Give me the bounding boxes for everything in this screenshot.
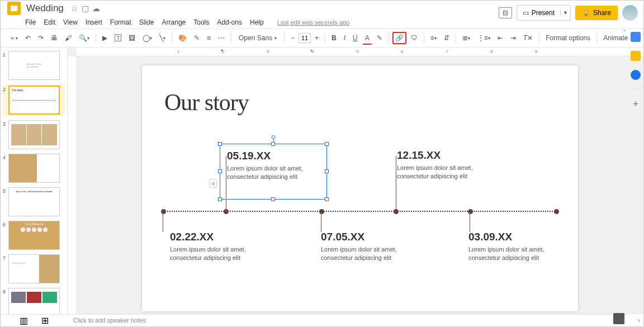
decrease-font-button[interactable]: − [288, 32, 297, 44]
grid-view-icon[interactable]: ⊞ [41, 315, 49, 326]
present-icon: ▭ [523, 9, 529, 17]
increase-indent-button[interactable]: ⇥ [508, 32, 519, 44]
select-tool[interactable]: ▶ [100, 32, 110, 44]
menu-insert[interactable]: Insert [86, 18, 102, 26]
timeline-text-1[interactable]: Lorem ipsum dolor sit amet, consectetur … [227, 164, 326, 181]
font-size-input[interactable] [299, 33, 311, 43]
menu-format[interactable]: Format [110, 18, 131, 26]
menu-file[interactable]: File [25, 18, 36, 26]
decrease-indent-button[interactable]: ⇤ [495, 32, 506, 44]
image-tool[interactable]: 🖼 [126, 32, 138, 44]
thumbnail-4[interactable]: 4 [3, 154, 65, 183]
ruler-right-indicator[interactable]: ▾ [310, 48, 316, 54]
thumbnail-7[interactable]: 7Getting there [3, 254, 65, 283]
speaker-notes[interactable]: Click to add speaker notes [68, 314, 628, 326]
redo-button[interactable]: ↷ [35, 32, 46, 44]
addons-plus-icon[interactable]: + [633, 98, 639, 110]
border-color-button[interactable]: ✎ [191, 32, 202, 44]
timeline-date-4[interactable]: 07.05.XX [321, 231, 422, 243]
border-weight-button[interactable]: ≡ [204, 32, 214, 44]
thumbnail-3[interactable]: 3 [3, 120, 65, 149]
line-spacing-button[interactable]: ⇵ [441, 32, 452, 44]
text-color-button[interactable]: A [362, 32, 372, 45]
menu-view[interactable]: View [63, 18, 78, 26]
menu-edit[interactable]: Edit [44, 18, 55, 26]
font-select[interactable]: Open Sans ▾ [235, 32, 281, 44]
border-dash-button[interactable]: ⋯ [215, 32, 228, 44]
timeline-text-4[interactable]: Lorem ipsum dolor sit amet, consectetur … [321, 245, 422, 262]
horizontal-ruler: 1 2 ▾ 3 4 ▾ 5 6 7 8 9 [77, 48, 643, 56]
explore-button[interactable] [613, 313, 624, 324]
thumbnail-6[interactable]: 6The wedding party [3, 221, 65, 250]
menu-slide[interactable]: Slide [139, 18, 154, 26]
ruler-left-indicator[interactable]: ▾ [221, 48, 226, 54]
present-button[interactable]: ▭Present ▼ [517, 5, 571, 21]
thumbnail-5[interactable]: 5Join us for a full weekend of activitie… [3, 187, 65, 216]
timeline-text-5[interactable]: Lorem ipsum dolor sit amet, consectetur … [468, 245, 569, 262]
increase-font-button[interactable]: + [312, 32, 321, 44]
clear-format-button[interactable]: T✕ [520, 32, 536, 44]
present-label: Present [532, 9, 555, 17]
timeline-date-2[interactable]: 12.15.XX [397, 149, 498, 162]
expand-sidepanel-icon[interactable]: › [638, 316, 640, 324]
timeline-text-2[interactable]: Lorem ipsum dolor sit amet, consectetur … [397, 164, 498, 181]
cloud-icon[interactable]: ☁ [92, 4, 100, 13]
bulleted-list-button[interactable]: ⋮≡▾ [475, 32, 493, 44]
timeline-text-3[interactable]: Lorem ipsum dolor sit amet, consectetur … [170, 245, 271, 262]
align-button[interactable]: ≡▾ [428, 32, 439, 44]
timeline-date-5[interactable]: 03.09.XX [468, 231, 569, 243]
highlight-button[interactable]: ✎ [374, 32, 385, 44]
timeline-date-3[interactable]: 02.22.XX [170, 231, 271, 243]
new-slide-button[interactable]: ＋▾ [6, 31, 21, 45]
menu-addons[interactable]: Add-ons [217, 18, 242, 26]
slide-title[interactable]: Our story [164, 89, 249, 116]
present-dropdown-icon[interactable]: ▼ [560, 10, 570, 16]
fill-color-button[interactable]: 🎨 [176, 32, 190, 44]
zoom-button[interactable]: 🔍▾ [76, 32, 92, 44]
doc-title[interactable]: Wedding [26, 3, 64, 14]
timeline-date-1[interactable]: 05.19.XX [227, 150, 326, 162]
edit-status[interactable]: Last edit was seconds ago [277, 19, 350, 26]
rotate-handle[interactable] [272, 135, 276, 139]
thumbnail-1[interactable]: 1Wendy & Harryget married [3, 51, 65, 80]
animate-button[interactable]: Animate [600, 32, 631, 44]
share-label: Share [593, 9, 611, 17]
insert-link-button[interactable]: 🔗 [392, 32, 406, 44]
account-avatar[interactable] [622, 5, 638, 21]
menu-arrange[interactable]: Arrange [162, 18, 186, 26]
move-icon[interactable]: ▢ [82, 4, 89, 13]
comments-icon[interactable]: ⊟ [499, 7, 512, 18]
autofit-icon[interactable]: ≡ [209, 179, 217, 188]
insert-comment-button[interactable]: 🗨 [408, 32, 420, 44]
line-tool[interactable]: ╲▾ [157, 32, 168, 44]
underline-button[interactable]: U [350, 32, 361, 44]
shape-tool[interactable]: ◯▾ [140, 32, 155, 44]
thumbnail-8[interactable]: 8 [3, 288, 65, 314]
menu-tools[interactable]: Tools [193, 18, 209, 26]
format-options-button[interactable]: Format options [543, 32, 593, 44]
selected-textbox[interactable]: ≡ 05.19.XX Lorem ipsum dolor sit amet, c… [220, 144, 327, 200]
undo-button[interactable]: ↶ [22, 32, 34, 44]
timeline-line [163, 211, 557, 212]
thumbnail-2[interactable]: 2 [3, 84, 65, 116]
lock-icon: 🔒 [582, 9, 590, 17]
share-button[interactable]: 🔒Share [575, 6, 618, 20]
tasks-icon[interactable] [631, 70, 641, 80]
calendar-icon[interactable] [631, 32, 641, 42]
textbox-tool[interactable]: 🅃 [112, 32, 124, 44]
collapse-toolbar-icon[interactable]: ˆ [623, 30, 626, 37]
star-icon[interactable]: ☆ [71, 4, 78, 13]
menu-help[interactable]: Help [250, 18, 264, 26]
print-button[interactable]: 🖶 [48, 32, 60, 44]
numbered-list-button[interactable]: ≣▾ [460, 32, 473, 44]
bold-button[interactable]: B [329, 32, 339, 44]
slide-canvas[interactable]: Our story [142, 65, 578, 311]
vertical-ruler [68, 56, 77, 314]
keep-icon[interactable] [631, 51, 641, 61]
filmstrip: 1Wendy & Harryget married 2 3 4 5Join us… [1, 48, 68, 314]
filmstrip-view-icon[interactable]: ▥ [20, 315, 28, 326]
paint-format-button[interactable]: 🖌 [62, 32, 74, 44]
slides-logo-icon[interactable] [7, 2, 21, 15]
italic-button[interactable]: I [341, 32, 348, 44]
